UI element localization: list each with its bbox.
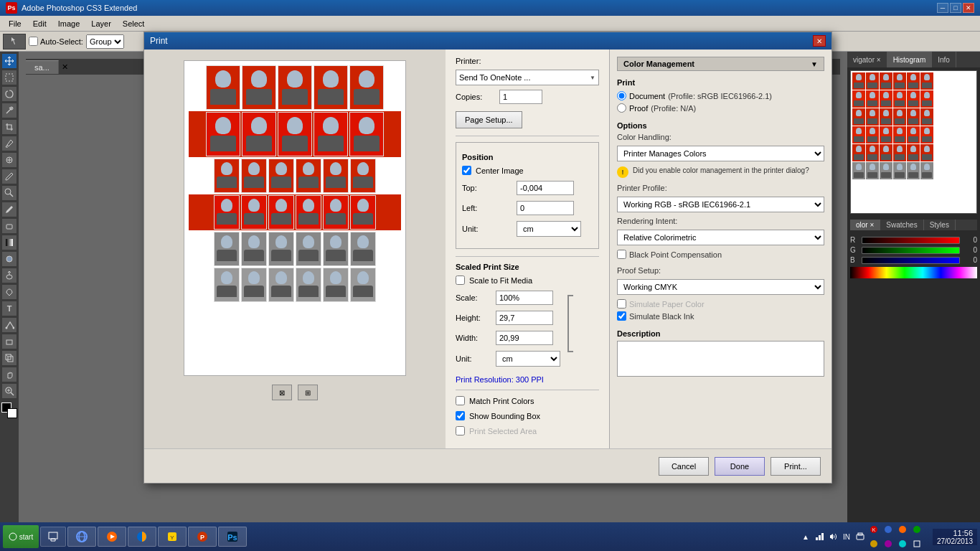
menu-edit[interactable]: Edit [27, 18, 52, 29]
preview-photo [278, 112, 312, 156]
left-input[interactable] [517, 201, 574, 215]
unit-select[interactable]: cm [517, 221, 581, 237]
page-setup-button[interactable]: Page Setup... [456, 111, 522, 128]
document-radio-label: Document [629, 92, 665, 100]
move-tool-options[interactable] [3, 34, 26, 50]
tool-pen[interactable] [1, 284, 17, 300]
tab-color[interactable]: olor × [850, 220, 880, 230]
tool-shape[interactable] [1, 334, 17, 349]
taskbar-photoshop[interactable]: Ps [218, 527, 247, 547]
auto-select-checkbox[interactable] [29, 37, 38, 46]
color-management-arrow[interactable]: ▼ [811, 60, 818, 68]
preview-photo [241, 159, 267, 193]
proof-setup-select[interactable]: Working CMYK [617, 279, 824, 295]
tool-eyedropper[interactable] [1, 136, 17, 151]
tab-swatches[interactable]: Swatches [880, 220, 923, 230]
dialog-close-button[interactable]: ✕ [813, 35, 826, 47]
preview-photo [350, 232, 376, 266]
tool-history[interactable] [1, 202, 17, 217]
black-point-checkbox[interactable] [617, 250, 626, 259]
simulate-paper-checkbox[interactable] [617, 299, 626, 309]
preview-icon-1[interactable]: ⊠ [272, 385, 292, 400]
unit-label: Unit: [462, 225, 512, 233]
color-swatches[interactable] [1, 402, 17, 418]
tool-eraser[interactable] [1, 218, 17, 234]
tool-clone[interactable] [1, 185, 17, 201]
tab-info[interactable]: Info [932, 52, 956, 67]
tool-3d[interactable] [1, 350, 17, 366]
menu-select[interactable]: Select [117, 18, 151, 29]
taskbar-app2[interactable]: P [188, 527, 217, 547]
tray-im[interactable]: IN [841, 531, 852, 542]
document-tab[interactable]: sa... [26, 60, 59, 74]
show-bounding-box-checkbox[interactable] [456, 411, 465, 420]
center-image-label: Center Image [476, 166, 524, 175]
height-input[interactable] [496, 311, 553, 325]
simulate-black-checkbox[interactable] [617, 311, 626, 321]
r-slider[interactable] [862, 237, 960, 244]
preview-photo [314, 112, 348, 156]
print-button[interactable]: Print... [771, 457, 821, 476]
scale-input[interactable] [496, 291, 553, 305]
tool-marquee[interactable] [1, 70, 17, 85]
taskbar-firefox[interactable] [128, 527, 156, 547]
tab-navigator[interactable]: vigator × [847, 52, 887, 67]
tool-path-select[interactable] [1, 317, 17, 333]
maximize-button[interactable]: □ [950, 3, 961, 13]
top-input[interactable] [517, 181, 574, 195]
b-slider[interactable] [862, 257, 960, 264]
tool-blur[interactable] [1, 251, 17, 267]
menu-file[interactable]: File [3, 18, 27, 29]
tab-histogram[interactable]: Histogram [887, 52, 933, 67]
size-unit-select[interactable]: cm [496, 351, 560, 367]
tool-dodge[interactable] [1, 268, 17, 283]
document-radio[interactable] [617, 91, 626, 100]
taskbar-ie[interactable] [67, 527, 96, 547]
copies-input[interactable] [499, 90, 542, 104]
tool-gradient[interactable] [1, 235, 17, 250]
proof-radio[interactable] [617, 103, 626, 113]
color-handling-select[interactable]: Printer Manages Colors [617, 146, 824, 161]
g-slider[interactable] [862, 247, 960, 254]
start-button[interactable]: start [3, 525, 39, 548]
center-image-checkbox[interactable] [462, 166, 471, 175]
tool-move[interactable] [1, 53, 17, 69]
minimize-button[interactable]: ─ [937, 3, 948, 13]
tool-lasso[interactable] [1, 86, 17, 102]
background-color[interactable] [7, 408, 17, 418]
tool-brush[interactable] [1, 169, 17, 184]
scale-to-fit-checkbox[interactable] [456, 276, 465, 285]
taskbar-media[interactable] [98, 527, 126, 547]
cancel-button[interactable]: Cancel [659, 457, 709, 476]
description-label: Description [617, 329, 824, 338]
mini-photo [920, 108, 933, 126]
preview-icon-2[interactable]: ⊞ [298, 385, 318, 400]
mini-photo [893, 162, 906, 179]
close-button[interactable]: ✕ [963, 3, 974, 13]
width-input[interactable] [496, 331, 553, 345]
tool-heal[interactable] [1, 152, 17, 168]
menu-layer[interactable]: Layer [85, 18, 117, 29]
tool-type[interactable]: T [1, 301, 17, 316]
color-spectrum-bar[interactable] [850, 267, 977, 278]
taskbar-show-desktop[interactable] [40, 527, 66, 547]
tool-zoom[interactable] [1, 383, 17, 399]
tool-magic-wand[interactable] [1, 103, 17, 118]
svg-point-8 [6, 275, 12, 279]
rendering-intent-label: Rendering Intent: [617, 217, 685, 225]
tray-volume[interactable] [827, 531, 839, 542]
tool-crop[interactable] [1, 119, 17, 135]
taskbar-app1[interactable]: Y [158, 527, 187, 547]
auto-select-type[interactable]: Group [86, 34, 124, 49]
tool-hand[interactable] [1, 367, 17, 382]
print-selected-area-checkbox[interactable] [456, 426, 465, 435]
tab-styles[interactable]: Styles [924, 220, 956, 230]
match-print-colors-checkbox[interactable] [456, 396, 465, 405]
menu-image[interactable]: Image [52, 18, 86, 29]
printer-select[interactable]: Send To OneNote ... ▼ [456, 70, 599, 85]
printer-profile-select[interactable]: Working RGB - sRGB IEC61966-2.1 [617, 197, 824, 212]
tab-close[interactable]: ✕ [59, 62, 71, 72]
rendering-intent-select[interactable]: Relative Colorimetric [617, 230, 824, 245]
done-button[interactable]: Done [715, 457, 765, 476]
tray-network[interactable] [814, 531, 825, 542]
